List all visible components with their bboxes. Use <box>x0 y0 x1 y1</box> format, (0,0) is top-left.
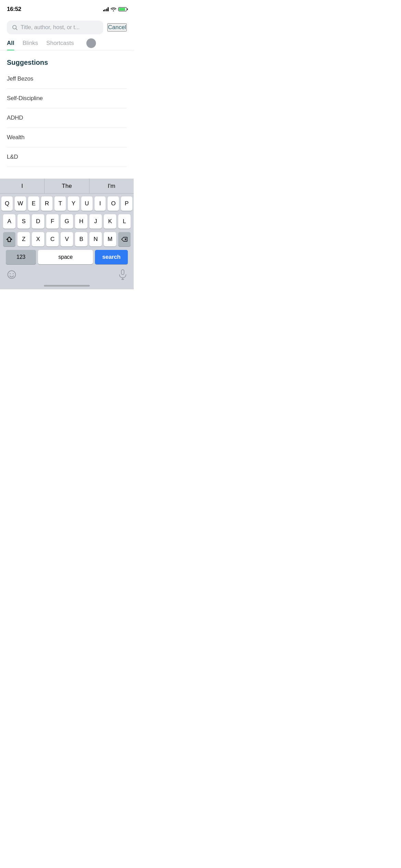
search-container: Title, author, host, or t... Cancel <box>0 18 134 37</box>
key-v[interactable]: V <box>61 232 73 246</box>
wifi-icon <box>111 7 116 11</box>
numbers-key[interactable]: 123 <box>6 250 36 264</box>
cancel-button[interactable]: Cancel <box>107 23 127 32</box>
key-q[interactable]: Q <box>1 196 13 211</box>
key-z[interactable]: Z <box>17 232 30 246</box>
svg-point-4 <box>8 271 16 279</box>
status-time: 16:52 <box>7 6 21 13</box>
emoji-icon[interactable] <box>7 270 16 279</box>
search-bar[interactable]: Title, author, host, or t... <box>7 21 103 34</box>
suggestion-item-4[interactable]: Wealth <box>7 128 127 147</box>
key-p[interactable]: P <box>121 196 132 211</box>
search-icon <box>12 24 18 31</box>
key-b[interactable]: B <box>75 232 87 246</box>
home-indicator-container <box>0 282 134 289</box>
key-c[interactable]: C <box>46 232 59 246</box>
key-s[interactable]: S <box>17 214 30 229</box>
key-g[interactable]: G <box>61 214 73 229</box>
key-i[interactable]: I <box>95 196 106 211</box>
keyboard-suggestions-bar: I The I'm <box>0 179 134 194</box>
key-h[interactable]: H <box>75 214 87 229</box>
svg-point-5 <box>10 273 11 274</box>
tab-shortcasts[interactable]: Shortcasts <box>46 40 74 50</box>
key-m[interactable]: M <box>104 232 116 246</box>
keyboard-rows: Q W E R T Y U I O P A S D F G H J K L <box>0 194 134 267</box>
suggestion-item-5[interactable]: L&D <box>7 147 127 167</box>
keyboard-suggestion-the[interactable]: The <box>44 179 89 193</box>
shortcast-touch-indicator <box>86 38 96 48</box>
keyboard-suggestion-i[interactable]: I <box>0 179 44 193</box>
key-u[interactable]: U <box>81 196 93 211</box>
key-r[interactable]: R <box>41 196 52 211</box>
key-f[interactable]: F <box>46 214 59 229</box>
suggestions-title: Suggestions <box>7 59 127 67</box>
home-indicator <box>44 285 90 287</box>
keyboard-row-3: Z X C V B N M <box>1 232 132 246</box>
suggestions-section: Suggestions Jeff Bezos Self-Discipline A… <box>0 50 134 167</box>
suggestion-item-3[interactable]: ADHD <box>7 108 127 128</box>
key-t[interactable]: T <box>54 196 66 211</box>
shift-icon <box>6 236 12 242</box>
keyboard-bottom-row: 123 space search <box>1 250 132 266</box>
delete-icon <box>121 237 127 242</box>
shift-key[interactable] <box>3 232 15 246</box>
search-button[interactable]: search <box>95 250 128 264</box>
key-x[interactable]: X <box>32 232 44 246</box>
key-l[interactable]: L <box>118 214 131 229</box>
svg-rect-7 <box>121 270 124 275</box>
tabs-container: All Blinks Shortcasts <box>0 38 134 50</box>
space-key[interactable]: space <box>38 250 93 264</box>
microphone-icon[interactable] <box>119 269 127 280</box>
keyboard-row-1: Q W E R T Y U I O P <box>1 196 132 211</box>
keyboard-row-2: A S D F G H J K L <box>1 214 132 229</box>
key-j[interactable]: J <box>89 214 102 229</box>
keyboard-emoji-bar <box>0 267 134 282</box>
tab-all[interactable]: All <box>7 40 14 50</box>
keyboard-suggestion-im[interactable]: I'm <box>89 179 134 193</box>
tab-blinks[interactable]: Blinks <box>23 40 38 50</box>
status-icons <box>103 7 127 11</box>
battery-icon <box>118 7 127 11</box>
key-n[interactable]: N <box>89 232 102 246</box>
key-d[interactable]: D <box>32 214 44 229</box>
key-e[interactable]: E <box>28 196 39 211</box>
svg-line-1 <box>16 28 17 29</box>
key-w[interactable]: W <box>15 196 26 211</box>
svg-point-6 <box>13 273 14 274</box>
signal-icon <box>103 7 109 11</box>
suggestion-item-1[interactable]: Jeff Bezos <box>7 69 127 89</box>
key-k[interactable]: K <box>104 214 116 229</box>
delete-key[interactable] <box>118 232 131 246</box>
keyboard: I The I'm Q W E R T Y U I O P A S D F <box>0 179 134 289</box>
search-placeholder: Title, author, host, or t... <box>21 24 80 31</box>
key-y[interactable]: Y <box>68 196 79 211</box>
suggestion-item-2[interactable]: Self-Discipline <box>7 89 127 108</box>
key-o[interactable]: O <box>108 196 119 211</box>
status-bar: 16:52 <box>0 0 134 16</box>
key-a[interactable]: A <box>3 214 15 229</box>
